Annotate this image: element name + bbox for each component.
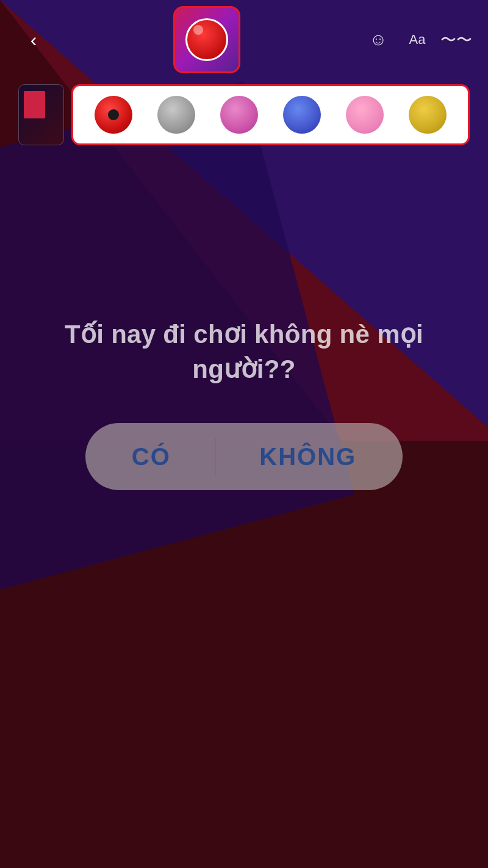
record-button-area <box>173 6 240 73</box>
thumbnail[interactable] <box>18 84 64 145</box>
record-button-wrapper <box>173 6 240 73</box>
thumbnail-inner <box>19 85 63 145</box>
poll-option-no[interactable]: KHÔNG <box>235 437 381 477</box>
poll-option-yes[interactable]: CÓ <box>107 437 195 477</box>
toolbar: ‹ ☺ Aa 〜〜 <box>0 0 488 73</box>
squiggle-icon: 〜〜 <box>440 29 472 51</box>
main-content: Tối nay đi chơi không nè mọi người?? CÓ … <box>0 183 488 868</box>
emoji-icon: ☺ <box>370 30 387 49</box>
thumbnail-book-icon <box>24 91 45 118</box>
draw-button[interactable]: 〜〜 <box>443 26 470 53</box>
back-button[interactable]: ‹ <box>18 24 49 55</box>
color-swatch-light-pink[interactable] <box>346 96 384 134</box>
font-button[interactable]: Aa <box>404 26 431 53</box>
poll-yes-label: CÓ <box>132 443 171 471</box>
color-swatch-red[interactable] <box>95 96 132 134</box>
color-swatch-pink[interactable] <box>220 96 258 134</box>
emoji-sticker-button[interactable]: ☺ <box>365 26 392 53</box>
poll-no-label: KHÔNG <box>259 443 356 471</box>
color-swatch-gray[interactable] <box>157 96 195 134</box>
color-swatch-blue[interactable] <box>283 96 321 134</box>
back-icon: ‹ <box>30 29 37 51</box>
record-button[interactable] <box>185 18 228 61</box>
question-text: Tối nay đi chơi không nè mọi người?? <box>0 317 488 386</box>
color-swatch-yellow[interactable] <box>409 96 447 134</box>
poll-divider <box>215 438 216 475</box>
poll-container: CÓ KHÔNG <box>85 423 403 490</box>
toolbar-right-icons: ☺ Aa 〜〜 <box>365 26 470 53</box>
color-picker-panel <box>18 79 470 150</box>
font-icon: Aa <box>409 32 426 48</box>
color-swatches-container <box>71 84 470 145</box>
